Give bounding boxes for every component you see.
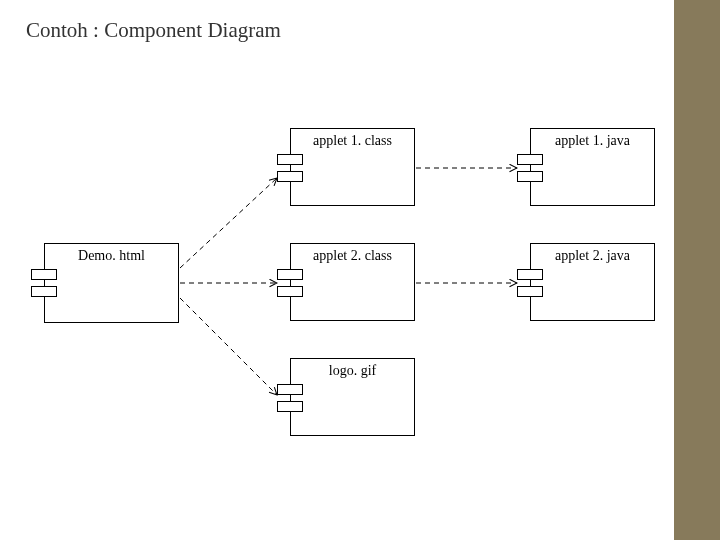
component-nub (31, 286, 57, 297)
component-applet2-class: applet 2. class (290, 243, 415, 321)
component-applet1-java: applet 1. java (530, 128, 655, 206)
component-nub (277, 401, 303, 412)
component-label: logo. gif (291, 363, 414, 379)
component-applet1-class: applet 1. class (290, 128, 415, 206)
component-nub (517, 269, 543, 280)
svg-line-0 (180, 178, 277, 268)
component-nub (277, 171, 303, 182)
component-demo-html: Demo. html (44, 243, 179, 323)
component-label: applet 2. class (291, 248, 414, 264)
component-nub (277, 384, 303, 395)
component-nub (277, 154, 303, 165)
component-label: applet 1. class (291, 133, 414, 149)
component-label: applet 2. java (531, 248, 654, 264)
component-logo-gif: logo. gif (290, 358, 415, 436)
component-label: applet 1. java (531, 133, 654, 149)
component-nub (517, 171, 543, 182)
svg-line-2 (180, 298, 277, 395)
component-nub (277, 269, 303, 280)
component-label: Demo. html (45, 248, 178, 264)
component-applet2-java: applet 2. java (530, 243, 655, 321)
component-diagram: Demo. html applet 1. class applet 2. cla… (0, 0, 720, 540)
component-nub (277, 286, 303, 297)
component-nub (517, 154, 543, 165)
component-nub (31, 269, 57, 280)
component-nub (517, 286, 543, 297)
